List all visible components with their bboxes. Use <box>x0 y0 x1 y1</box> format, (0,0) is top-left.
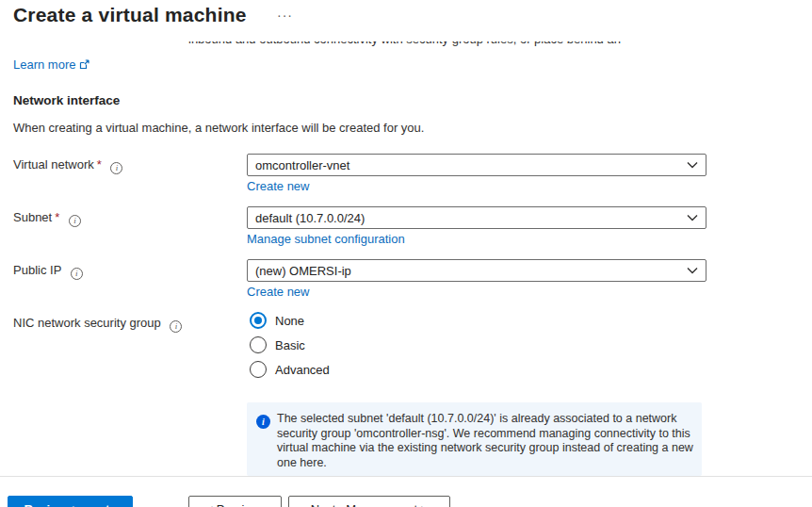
info-icon: i <box>256 415 270 429</box>
review-create-button[interactable]: Review + create <box>8 496 133 507</box>
radio-basic-label: Basic <box>275 338 305 352</box>
virtual-network-label-text: Virtual network <box>13 157 94 172</box>
next-management-button[interactable]: Next : Management > <box>288 496 450 507</box>
radio-basic[interactable]: Basic <box>250 336 305 353</box>
radio-none[interactable]: None <box>250 312 304 329</box>
external-link-icon <box>79 58 89 73</box>
previous-button[interactable]: < Previous <box>188 496 282 507</box>
learn-more-link[interactable]: Learn more <box>13 57 89 73</box>
virtual-network-label: Virtual network* i <box>13 157 122 174</box>
manage-subnet-configuration-link[interactable]: Manage subnet configuration <box>247 232 405 246</box>
section-heading: Network interface <box>13 93 120 107</box>
subnet-value: default (10.7.0.0/24) <box>255 211 687 225</box>
radio-none-label: None <box>275 314 304 328</box>
public-ip-label-text: Public IP <box>13 263 61 277</box>
public-ip-label: Public IP i <box>13 263 83 280</box>
public-ip-create-new-link[interactable]: Create new <box>247 285 309 299</box>
radio-button-icon <box>250 361 267 378</box>
radio-button-icon <box>250 312 267 329</box>
chevron-down-icon <box>687 161 698 169</box>
chevron-down-icon <box>687 267 698 274</box>
virtual-network-create-new-link[interactable]: Create new <box>247 179 309 193</box>
public-ip-select[interactable]: (new) OMERSI-ip <box>247 259 706 282</box>
nic-nsg-label: NIC network security group i <box>13 316 182 333</box>
info-icon[interactable]: i <box>170 320 182 333</box>
required-asterisk: * <box>55 210 59 224</box>
subnet-label: Subnet* i <box>13 210 81 227</box>
info-icon[interactable]: i <box>71 268 83 280</box>
info-icon[interactable]: i <box>110 162 122 174</box>
subnet-nsg-info-banner: i The selected subnet 'default (10.7.0.0… <box>247 402 702 476</box>
virtual-network-value: omcontroller-vnet <box>255 158 687 172</box>
more-actions-icon[interactable]: ··· <box>277 8 293 23</box>
virtual-network-select[interactable]: omcontroller-vnet <box>247 154 706 176</box>
learn-more-label: Learn more <box>13 57 75 72</box>
subnet-label-text: Subnet <box>13 210 52 224</box>
section-description: When creating a virtual machine, a netwo… <box>13 121 424 135</box>
public-ip-value: (new) OMERSI-ip <box>255 264 687 278</box>
subnet-select[interactable]: default (10.7.0.0/24) <box>247 206 706 229</box>
footer-divider <box>0 476 812 477</box>
radio-advanced[interactable]: Advanced <box>250 361 330 378</box>
radio-button-icon <box>250 336 267 353</box>
required-asterisk: * <box>97 157 102 172</box>
radio-advanced-label: Advanced <box>275 363 330 377</box>
nic-nsg-label-text: NIC network security group <box>13 316 161 330</box>
chevron-down-icon <box>687 214 698 221</box>
info-banner-text: The selected subnet 'default (10.7.0.0/2… <box>277 412 697 470</box>
page-title: Create a virtual machine <box>13 4 247 26</box>
truncated-description-line: inbound and outbound connectivity with s… <box>188 41 622 49</box>
info-icon[interactable]: i <box>69 215 81 227</box>
